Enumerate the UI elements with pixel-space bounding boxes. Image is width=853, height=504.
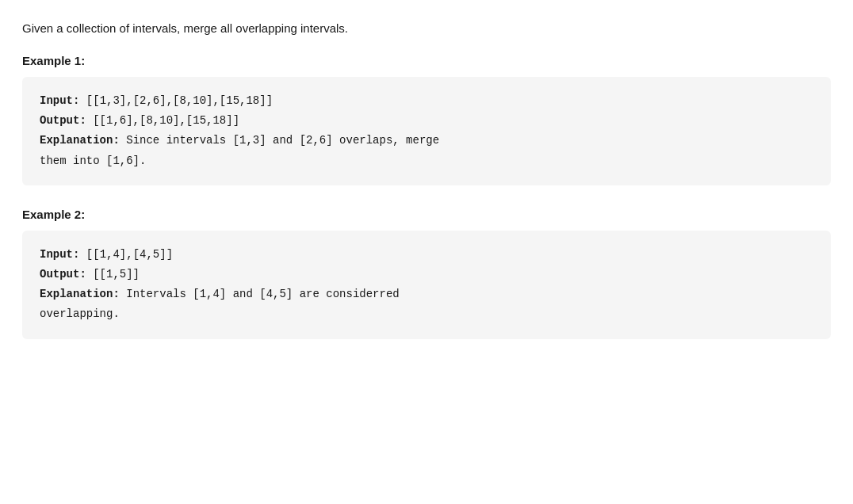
example1-input-line: Input: [[1,3],[2,6],[8,10],[15,18]] xyxy=(40,91,813,111)
example2-explanation-value: Intervals [1,4] and [4,5] are considerre… xyxy=(120,288,400,300)
example1-explanation-cont: them into [1,6]. xyxy=(40,155,146,167)
example2-output-line: Output: [[1,5]] xyxy=(40,265,813,284)
intro-text: Given a collection of intervals, merge a… xyxy=(22,19,831,38)
example2-heading: Example 2: xyxy=(22,208,831,221)
example1-input-label: Input: xyxy=(40,94,79,107)
example2-explanation-cont: overlapping. xyxy=(40,307,120,320)
example1-explanation-value: Since intervals [1,3] and [2,6] overlaps… xyxy=(120,134,439,147)
example2-input-value: [[1,4],[4,5]] xyxy=(79,248,173,261)
example1-heading: Example 1: xyxy=(22,54,831,67)
example2-output-label: Output: xyxy=(40,268,86,281)
example2-explanation-line2: overlapping. xyxy=(40,304,813,324)
example2-input-line: Input: [[1,4],[4,5]] xyxy=(40,245,813,265)
example1-output-value: [[1,6],[8,10],[15,18]] xyxy=(86,114,239,127)
example2-output-value: [[1,5]] xyxy=(86,268,140,281)
example2-block: Input: [[1,4],[4,5]] Output: [[1,5]] Exp… xyxy=(22,231,831,339)
example1-explanation-line1: Explanation: Since intervals [1,3] and [… xyxy=(40,131,813,151)
example1-input-value: [[1,3],[2,6],[8,10],[15,18]] xyxy=(79,94,273,107)
example1-block: Input: [[1,3],[2,6],[8,10],[15,18]] Outp… xyxy=(22,77,831,185)
problem-description: Given a collection of intervals, merge a… xyxy=(22,19,831,339)
example1-output-line: Output: [[1,6],[8,10],[15,18]] xyxy=(40,111,813,131)
example1-explanation-line2: them into [1,6]. xyxy=(40,151,813,171)
example1-output-label: Output: xyxy=(40,114,86,127)
example2-explanation-label: Explanation: xyxy=(40,288,120,300)
example2-explanation-line1: Explanation: Intervals [1,4] and [4,5] a… xyxy=(40,284,813,304)
example2-input-label: Input: xyxy=(40,248,79,261)
example1-explanation-label: Explanation: xyxy=(40,134,120,147)
